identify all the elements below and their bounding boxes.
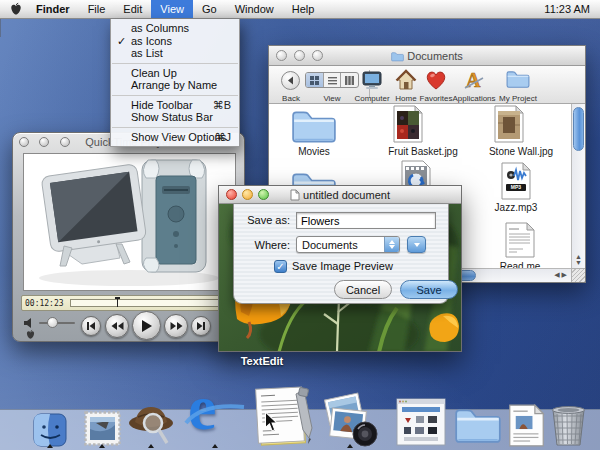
window-title: Documents bbox=[269, 50, 585, 62]
timeline-scrubber[interactable] bbox=[70, 299, 220, 307]
read-me-label[interactable]: Read me bbox=[490, 261, 550, 268]
where-popup-menu[interactable]: Documents bbox=[296, 236, 400, 253]
dock-sherlock-icon[interactable] bbox=[126, 403, 176, 447]
quicktime-controls bbox=[19, 313, 240, 339]
save-button[interactable]: Save bbox=[400, 280, 458, 299]
folder-icon bbox=[391, 51, 404, 62]
rewind-button[interactable] bbox=[105, 314, 129, 338]
my-project-folder-icon[interactable] bbox=[506, 69, 530, 89]
disclosure-triangle-button[interactable] bbox=[407, 236, 426, 253]
textedit-document-window: untitled document bbox=[218, 185, 462, 352]
applications-label: Applications bbox=[449, 94, 499, 103]
scroll-arrows[interactable]: ▲▼ bbox=[575, 254, 582, 266]
menu-go[interactable]: Go bbox=[193, 0, 226, 18]
menu-view[interactable]: View bbox=[151, 0, 193, 18]
mp3-badge: MP3 bbox=[506, 184, 526, 191]
menu-item-hide-toolbar[interactable]: ⌘BHide Toolbar bbox=[111, 99, 239, 112]
mp3-file-icon[interactable] bbox=[501, 162, 531, 200]
my-project-label: My Project bbox=[495, 94, 541, 103]
vertical-scrollbar[interactable]: ▲▼ bbox=[571, 104, 585, 268]
menu-item-as-icons[interactable]: ✓as Icons bbox=[111, 35, 239, 48]
running-indicator bbox=[212, 444, 218, 448]
computer-icon[interactable] bbox=[361, 69, 383, 91]
view-switcher[interactable] bbox=[305, 72, 359, 88]
mouse-cursor bbox=[264, 412, 278, 432]
apple-logo-icon bbox=[25, 329, 36, 341]
applications-icon[interactable]: A bbox=[463, 69, 485, 91]
home-icon[interactable] bbox=[395, 69, 417, 91]
dock-picture-document-icon[interactable] bbox=[508, 404, 545, 447]
stone-wall-label[interactable]: Stone Wall.jpg bbox=[471, 146, 571, 157]
fruit-basket-label[interactable]: Fruit Basket.jpg bbox=[368, 146, 478, 157]
titlebar[interactable]: Documents bbox=[269, 46, 585, 66]
toolbar: Back View Computer bbox=[269, 66, 585, 104]
titlebar[interactable]: untitled document bbox=[219, 186, 461, 204]
dock-trash-icon[interactable] bbox=[547, 402, 590, 447]
menu-separator bbox=[112, 63, 238, 64]
menu-item-as-columns[interactable]: as Columns bbox=[111, 22, 239, 35]
menu-item-show-view-options[interactable]: ⌘JShow View Options bbox=[111, 131, 239, 144]
previous-button[interactable] bbox=[81, 316, 101, 336]
view-menu-dropdown: as Columns ✓as Icons as List Clean Up Ar… bbox=[110, 19, 240, 147]
where-popup-value: Documents bbox=[297, 239, 384, 251]
volume-slider-knob[interactable] bbox=[47, 317, 58, 328]
quicktime-timeline: 00:12:23 bbox=[21, 295, 238, 311]
cancel-button[interactable]: Cancel bbox=[334, 280, 392, 299]
timecode: 00:12:23 bbox=[22, 299, 67, 308]
menu-separator bbox=[112, 127, 238, 128]
favorites-heart-icon[interactable] bbox=[425, 69, 447, 91]
view-as-icons-segment[interactable] bbox=[306, 73, 324, 87]
apple-menu-icon[interactable] bbox=[9, 2, 23, 17]
save-as-input[interactable] bbox=[296, 212, 436, 229]
menu-item-as-list[interactable]: as List bbox=[111, 47, 239, 60]
play-button[interactable] bbox=[132, 311, 161, 340]
vertical-scrollbar-thumb[interactable] bbox=[573, 107, 584, 151]
next-button[interactable] bbox=[191, 316, 211, 336]
dock-mail-icon[interactable] bbox=[84, 411, 121, 446]
menu-item-arrange-by-name[interactable]: Arrange by Name bbox=[111, 79, 239, 92]
save-sheet: Save as: Where: Documents ✓ Save Image P… bbox=[233, 204, 449, 304]
menu-window[interactable]: Window bbox=[226, 0, 283, 18]
menu-separator bbox=[112, 95, 238, 96]
document-icon bbox=[290, 189, 300, 201]
volume-icon[interactable] bbox=[23, 317, 37, 329]
dock-documents-folder-icon[interactable] bbox=[454, 402, 502, 447]
running-indicator bbox=[148, 444, 154, 448]
view-as-list-segment[interactable] bbox=[324, 73, 342, 87]
running-indicator bbox=[99, 444, 105, 448]
back-button[interactable] bbox=[281, 71, 300, 90]
jazz-mp3-label[interactable]: Jazz.mp3 bbox=[486, 202, 546, 213]
view-as-columns-segment[interactable] bbox=[341, 73, 358, 87]
menu-item-show-status-bar[interactable]: Show Status Bar bbox=[111, 111, 239, 124]
stone-wall-file-icon[interactable] bbox=[494, 105, 524, 143]
dock-textedit-icon[interactable] bbox=[252, 382, 320, 448]
menu-bar-clock[interactable]: 11:23 AM bbox=[544, 3, 600, 15]
movies-folder-icon[interactable] bbox=[291, 108, 337, 144]
dock-internet-explorer-icon[interactable]: e bbox=[184, 385, 246, 447]
dock-finder-icon[interactable] bbox=[33, 413, 67, 447]
quicktime-player-window: QuickTime Player bbox=[12, 132, 245, 342]
menu-item-clean-up[interactable]: Clean Up bbox=[111, 67, 239, 80]
dock-hover-label: TextEdit bbox=[222, 355, 302, 367]
fruit-basket-file-icon[interactable] bbox=[393, 105, 423, 143]
save-image-preview-checkbox[interactable]: ✓ bbox=[274, 260, 287, 273]
menu-help[interactable]: Help bbox=[283, 0, 324, 18]
playhead[interactable] bbox=[115, 297, 120, 302]
movies-label[interactable]: Movies bbox=[284, 146, 344, 157]
save-image-preview-label: Save Image Preview bbox=[292, 260, 393, 272]
computer-label: Computer bbox=[351, 94, 393, 103]
menu-edit[interactable]: Edit bbox=[114, 0, 151, 18]
menu-finder[interactable]: Finder bbox=[27, 0, 79, 18]
dock-minimized-window[interactable] bbox=[396, 398, 446, 446]
dock-iphoto-icon[interactable] bbox=[321, 390, 379, 448]
read-me-file-icon[interactable] bbox=[505, 222, 535, 258]
popup-stepper bbox=[384, 237, 399, 252]
fast-forward-button[interactable] bbox=[164, 314, 188, 338]
scroll-arrows[interactable]: ◀ ▶ bbox=[554, 272, 567, 278]
running-indicator bbox=[47, 444, 53, 448]
resize-grip[interactable] bbox=[571, 268, 585, 282]
window-title: untitled document bbox=[219, 189, 461, 201]
menu-file[interactable]: File bbox=[79, 0, 115, 18]
save-as-label: Save as: bbox=[238, 214, 290, 226]
menu-bar: Finder File Edit View Go Window Help 11:… bbox=[0, 0, 600, 19]
